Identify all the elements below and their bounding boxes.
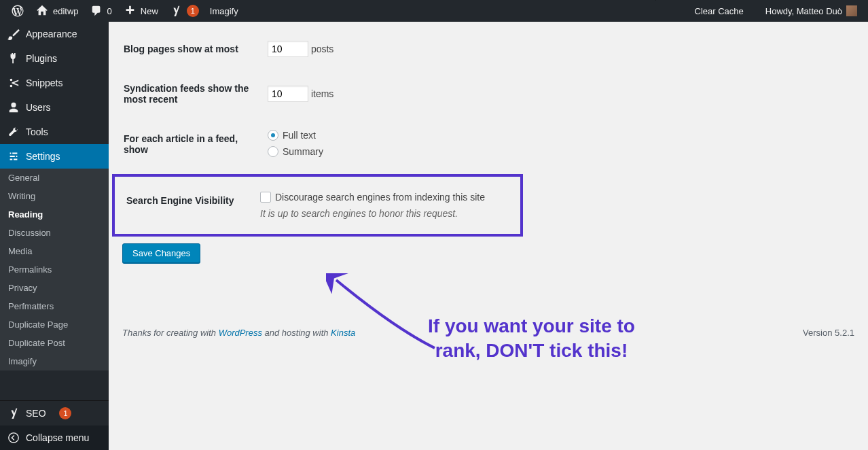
full-text-radio[interactable] [268, 130, 278, 141]
annotation-text: If you want your site to rank, DON'T tic… [428, 314, 635, 364]
wordpress-link[interactable]: WordPress [219, 328, 262, 338]
scissors-icon [7, 76, 20, 90]
submenu-privacy[interactable]: Privacy [0, 279, 109, 297]
settings-submenu: General Writing Reading Discussion Media… [0, 169, 109, 370]
submenu-general[interactable]: General [0, 169, 109, 187]
submenu-reading[interactable]: Reading [0, 205, 109, 224]
syndication-label: Syndication feeds show the most recent [124, 69, 259, 118]
plus-icon [123, 4, 137, 18]
wordpress-icon [11, 4, 24, 18]
blog-pages-label: Blog pages show at most [124, 30, 259, 68]
save-button[interactable]: Save Changes [122, 243, 200, 263]
seo-badge: 1 [59, 407, 71, 419]
sidebar-item-tools[interactable]: Tools [0, 120, 109, 144]
submenu-discussion[interactable]: Discussion [0, 224, 109, 242]
comment-count: 0 [107, 6, 112, 16]
sidebar-item-plugins[interactable]: Plugins [0, 46, 109, 71]
syndication-suffix: items [311, 88, 333, 99]
imagify-button[interactable]: Imagify [204, 0, 244, 22]
annotation-arrow [326, 273, 441, 355]
submenu-duplicate-page[interactable]: Duplicate Page [0, 315, 109, 334]
feed-article-row: For each article in a feed, show Full te… [124, 120, 853, 173]
sidebar-item-users[interactable]: Users [0, 95, 109, 120]
site-name-button[interactable]: editwp [30, 0, 84, 22]
sidebar-item-snippets[interactable]: Snippets [0, 71, 109, 95]
account-button[interactable]: Howdy, Matteo Duò [760, 0, 863, 22]
sliders-icon [7, 150, 20, 163]
wp-logo-button[interactable] [5, 0, 30, 22]
site-name-label: editwp [53, 6, 79, 16]
new-label: New [141, 6, 158, 16]
discourage-checkbox[interactable] [260, 192, 271, 203]
cursor-icon: ↖ [649, 0, 657, 3]
yoast-icon [7, 406, 20, 420]
admin-sidebar: Appearance Plugins Snippets Users Tools … [0, 22, 109, 450]
submenu-writing[interactable]: Writing [0, 187, 109, 205]
clear-cache-button[interactable]: Clear Cache [689, 0, 749, 22]
avatar [846, 5, 857, 16]
sidebar-item-appearance[interactable]: Appearance [0, 22, 109, 46]
submenu-duplicate-post[interactable]: Duplicate Post [0, 334, 109, 352]
syndication-row: Syndication feeds show the most recent i… [124, 69, 853, 118]
brush-icon [7, 27, 20, 41]
wrench-icon [7, 125, 20, 139]
blog-pages-input[interactable] [268, 41, 308, 57]
syndication-input[interactable] [268, 86, 308, 102]
svg-point-0 [9, 433, 18, 443]
collapse-icon [7, 431, 20, 445]
collapse-menu-button[interactable]: Collapse menu [0, 426, 109, 450]
feed-article-label: For each article in a feed, show [124, 120, 259, 173]
submenu-media[interactable]: Media [0, 242, 109, 260]
blog-pages-suffix: posts [311, 44, 333, 54]
content-area: Blog pages show at most posts Syndicatio… [109, 22, 868, 450]
howdy-label: Howdy, Matteo Duò [765, 6, 842, 16]
submenu-perfmatters[interactable]: Perfmatters [0, 297, 109, 315]
sidebar-item-seo[interactable]: SEO 1 [0, 400, 109, 426]
new-button[interactable]: New [117, 0, 164, 22]
update-badge: 1 [187, 5, 199, 17]
imagify-label: Imagify [210, 6, 238, 16]
yoast-button[interactable]: 1 [164, 0, 204, 22]
user-icon [7, 101, 20, 114]
yoast-icon [169, 4, 183, 18]
home-icon [35, 4, 49, 18]
plug-icon [7, 52, 20, 65]
submenu-imagify[interactable]: Imagify [0, 352, 109, 370]
highlight-box: Search Engine Visibility Discourage sear… [112, 174, 523, 237]
se-visibility-row: Search Engine Visibility Discourage sear… [116, 181, 519, 229]
admin-bar: editwp 0 New 1 Imagify ↖ Clear Cache How… [0, 0, 868, 22]
submenu-permalinks[interactable]: Permalinks [0, 260, 109, 279]
sidebar-item-settings[interactable]: Settings [0, 144, 109, 169]
comment-icon [90, 4, 103, 18]
summary-radio[interactable] [268, 146, 278, 157]
blog-pages-row: Blog pages show at most posts [124, 30, 853, 68]
se-visibility-label: Search Engine Visibility [116, 181, 252, 229]
se-visibility-desc: It is up to search engines to honor this… [260, 208, 512, 219]
version-label: Version 5.2.1 [803, 328, 854, 338]
comments-button[interactable]: 0 [84, 0, 117, 22]
